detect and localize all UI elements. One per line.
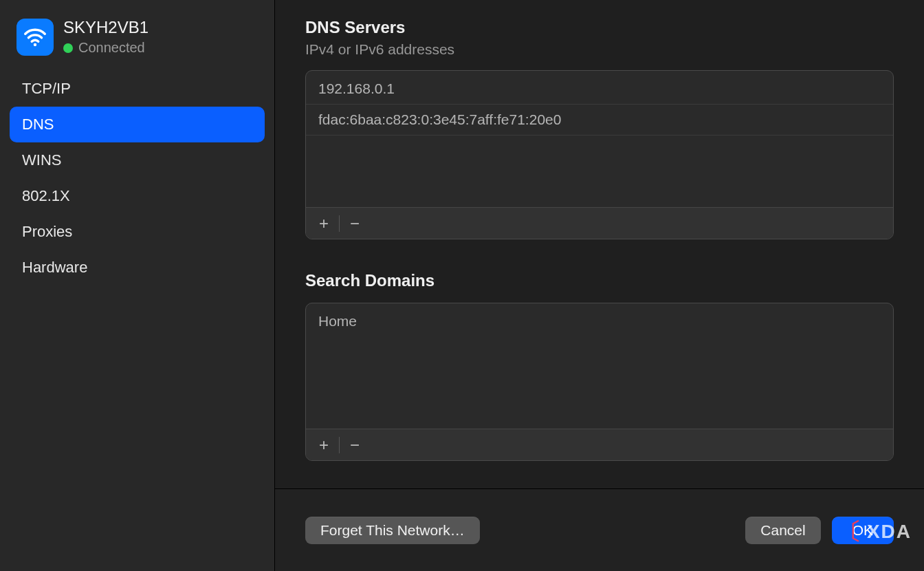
content: DNS Servers IPv4 or IPv6 addresses 192.1… bbox=[275, 0, 924, 488]
dns-subtitle: IPv4 or IPv6 addresses bbox=[305, 41, 894, 58]
nav-item-dns[interactable]: DNS bbox=[10, 107, 265, 142]
nav-item-proxies[interactable]: Proxies bbox=[10, 214, 265, 250]
search-list-toolbar: + − bbox=[306, 429, 893, 460]
toolbar-separator bbox=[339, 437, 340, 453]
dns-server-row[interactable]: 192.168.0.1 bbox=[306, 74, 893, 105]
status-dot-icon bbox=[63, 43, 73, 53]
nav-item-tcpip[interactable]: TCP/IP bbox=[10, 71, 265, 107]
dns-list-toolbar: + − bbox=[306, 207, 893, 239]
settings-nav: TCP/IP DNS WINS 802.1X Proxies Hardware bbox=[10, 71, 265, 286]
toolbar-separator bbox=[339, 215, 340, 232]
network-status: Connected bbox=[63, 40, 148, 56]
wifi-icon bbox=[16, 19, 54, 56]
sidebar: SKYH2VB1 Connected TCP/IP DNS WINS 802.1… bbox=[0, 0, 275, 571]
svg-point-0 bbox=[34, 43, 36, 45]
dns-servers-list[interactable]: 192.168.0.1 fdac:6baa:c823:0:3e45:7aff:f… bbox=[305, 70, 894, 239]
remove-dns-button[interactable]: − bbox=[342, 213, 367, 235]
network-header: SKYH2VB1 Connected bbox=[10, 15, 265, 68]
ok-button[interactable]: OK bbox=[832, 517, 894, 544]
search-domains-list[interactable]: Home + − bbox=[305, 303, 894, 461]
cancel-button[interactable]: Cancel bbox=[745, 517, 820, 544]
remove-domain-button[interactable]: − bbox=[342, 434, 367, 456]
status-text: Connected bbox=[78, 40, 145, 56]
main-panel: DNS Servers IPv4 or IPv6 addresses 192.1… bbox=[275, 0, 924, 571]
dns-server-row[interactable]: fdac:6baa:c823:0:3e45:7aff:fe71:20e0 bbox=[306, 105, 893, 136]
search-domains-title: Search Domains bbox=[305, 271, 894, 290]
dns-title: DNS Servers bbox=[305, 18, 894, 37]
footer: Forget This Network… Cancel OK bbox=[275, 488, 924, 571]
nav-item-wins[interactable]: WINS bbox=[10, 142, 265, 178]
nav-item-8021x[interactable]: 802.1X bbox=[10, 178, 265, 214]
forget-network-button[interactable]: Forget This Network… bbox=[305, 517, 480, 544]
dns-section: DNS Servers IPv4 or IPv6 addresses 192.1… bbox=[305, 18, 894, 239]
search-domains-section: Search Domains Home + − bbox=[305, 271, 894, 461]
add-dns-button[interactable]: + bbox=[311, 213, 336, 235]
nav-item-hardware[interactable]: Hardware bbox=[10, 250, 265, 286]
search-domain-row[interactable]: Home bbox=[306, 306, 893, 336]
add-domain-button[interactable]: + bbox=[311, 434, 336, 456]
network-name: SKYH2VB1 bbox=[63, 18, 148, 37]
